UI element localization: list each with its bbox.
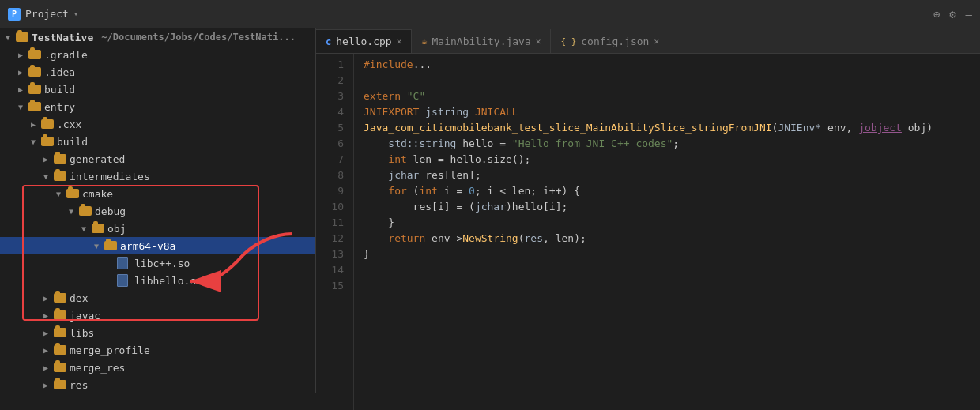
tab-close-hello-cpp[interactable]: ✕ (397, 36, 402, 47)
tree-item-merge-profile[interactable]: ▶ merge_profile (0, 341, 315, 359)
tree-item-cxx[interactable]: ▶ .cxx (0, 115, 315, 133)
folder-icon (54, 154, 66, 164)
line-numbers: 1 2 3 4 5 6 7 8 9 10 11 12 13 14 15 (316, 54, 354, 410)
tabs-bar: c hello.cpp ✕ ☕ MainAbility.java ✕ { } c… (316, 28, 980, 54)
folder-icon (104, 241, 117, 250)
code-area[interactable]: #include... extern "C" JNIEXPORT jstring… (354, 54, 980, 410)
folder-icon (54, 293, 66, 303)
minimize-icon[interactable]: — (966, 8, 972, 21)
chevron-down-icon: ▼ (28, 137, 38, 146)
chevron-right-icon: ▶ (16, 51, 25, 59)
title-bar-left: P Project ▾ (8, 8, 78, 21)
chevron-down-icon: ▼ (41, 172, 51, 181)
tree-item-gradle[interactable]: ▶ .gradle (0, 46, 315, 63)
folder-icon (16, 32, 28, 42)
chevron-right-icon: ▶ (41, 363, 51, 372)
tree-item-generated[interactable]: ▶ generated (0, 150, 315, 167)
folder-icon (54, 171, 66, 181)
folder-icon (54, 328, 66, 337)
folder-icon (66, 189, 79, 198)
sidebar-wrapper: ▼ TestNative ~/Documents/Jobs/Codes/Test… (0, 28, 316, 410)
tree-item-debug[interactable]: ▼ debug (0, 202, 315, 220)
folder-icon (92, 224, 104, 233)
editor-content: 1 2 3 4 5 6 7 8 9 10 11 12 13 14 15 #inc… (316, 54, 980, 410)
testnative-label: TestNative (32, 32, 93, 43)
folder-icon (54, 345, 66, 355)
tree-item-obj[interactable]: ▼ obj (0, 220, 315, 237)
editor-area: c hello.cpp ✕ ☕ MainAbility.java ✕ { } c… (316, 28, 980, 410)
chevron-down-icon: ▼ (3, 33, 13, 42)
chevron-down-icon: ▼ (54, 190, 63, 198)
tree-item-javac[interactable]: ▶ javac (0, 307, 315, 324)
tab-icon-java: ☕ (421, 36, 427, 47)
tree-item-idea[interactable]: ▶ .idea (0, 63, 315, 81)
tree-item-libcpp[interactable]: libc++.so (0, 254, 315, 272)
tab-icon-cpp: c (326, 36, 331, 47)
folder-icon (79, 206, 92, 216)
title-bar-icons: ⊕ ⚙ — (933, 8, 972, 21)
file-icon-so (117, 257, 128, 269)
sidebar: ▼ TestNative ~/Documents/Jobs/Codes/Test… (0, 28, 316, 393)
tab-icon-json: { } (560, 36, 576, 47)
chevron-right-icon: ▶ (16, 68, 25, 77)
path-info: ~/Documents/Jobs/Codes/TestNati... (101, 32, 296, 43)
tree-item-libhello[interactable]: libhello.so (0, 272, 315, 289)
tab-config-json[interactable]: { } config.json ✕ (551, 29, 669, 53)
chevron-right-icon: ▶ (28, 120, 38, 129)
chevron-right-icon: ▶ (41, 329, 51, 337)
chevron-right-icon: ▶ (41, 294, 51, 303)
file-icon-so (117, 274, 128, 287)
folder-icon (28, 67, 41, 77)
folder-icon (54, 363, 66, 372)
tab-close-config[interactable]: ✕ (654, 36, 659, 47)
folder-icon (41, 137, 54, 146)
tab-hello-cpp[interactable]: c hello.cpp ✕ (316, 29, 412, 53)
tree-item-res[interactable]: ▶ res (0, 376, 315, 393)
tab-mainability-java[interactable]: ☕ MainAbility.java ✕ (412, 29, 551, 53)
project-icon: P (8, 8, 21, 21)
tab-label-mainability: MainAbility.java (432, 36, 531, 47)
chevron-right-icon: ▶ (41, 381, 51, 389)
project-label: Project (25, 8, 69, 20)
chevron-right-icon: ▶ (41, 346, 51, 355)
tab-label-config: config.json (581, 36, 649, 47)
tab-label-hello-cpp: hello.cpp (336, 36, 391, 47)
chevron-down-icon: ▼ (66, 207, 76, 216)
folder-icon (54, 310, 66, 320)
chevron-right-icon: ▶ (41, 311, 51, 320)
folder-icon (54, 380, 66, 389)
folder-icon (28, 85, 41, 94)
chevron-right-icon: ▶ (16, 85, 25, 94)
folder-icon (28, 50, 41, 59)
settings-icon-title[interactable]: ⚙ (949, 8, 956, 21)
tree-item-dex[interactable]: ▶ dex (0, 289, 315, 307)
tree-item-intermediates[interactable]: ▼ intermediates (0, 167, 315, 185)
main-layout: ▼ TestNative ~/Documents/Jobs/Codes/Test… (0, 28, 980, 410)
tree-item-arm64-v8a[interactable]: ▼ arm64-v8a (0, 237, 315, 254)
tab-close-mainability[interactable]: ✕ (536, 36, 541, 47)
tree-item-entry[interactable]: ▼ entry (0, 98, 315, 115)
globe-icon[interactable]: ⊕ (933, 8, 940, 21)
tree-item-testnative[interactable]: ▼ TestNative ~/Documents/Jobs/Codes/Test… (0, 28, 315, 46)
chevron-down-icon: ▼ (16, 103, 25, 111)
folder-icon (41, 119, 54, 129)
tree-item-merge-res[interactable]: ▶ merge_res (0, 359, 315, 376)
dropdown-icon[interactable]: ▾ (74, 9, 79, 19)
tree-item-libs[interactable]: ▶ libs (0, 324, 315, 341)
tree-item-build-entry[interactable]: ▼ build (0, 133, 315, 150)
chevron-down-icon: ▼ (79, 224, 89, 233)
title-bar: P Project ▾ ⊕ ⚙ — (0, 0, 980, 28)
chevron-down-icon: ▼ (92, 242, 101, 250)
chevron-right-icon: ▶ (41, 155, 51, 164)
tree-item-cmake[interactable]: ▼ cmake (0, 185, 315, 202)
folder-icon (28, 102, 41, 111)
tree-item-build-root[interactable]: ▶ build (0, 81, 315, 98)
